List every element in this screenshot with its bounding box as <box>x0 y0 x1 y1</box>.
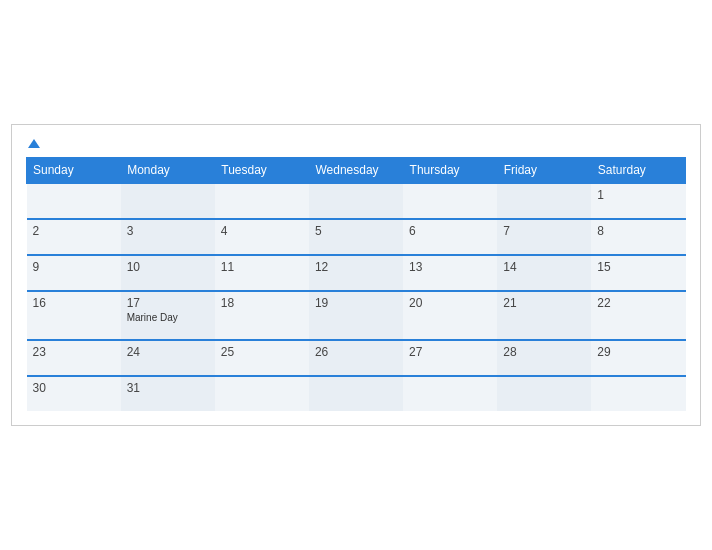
calendar-day-cell: 26 <box>309 340 403 376</box>
day-number: 15 <box>597 260 679 274</box>
calendar-week-row: 1617Marine Day1819202122 <box>27 291 686 340</box>
calendar-container: SundayMondayTuesdayWednesdayThursdayFrid… <box>11 124 701 426</box>
calendar-day-cell: 17Marine Day <box>121 291 215 340</box>
calendar-day-cell: 10 <box>121 255 215 291</box>
calendar-day-cell <box>497 183 591 219</box>
logo-area <box>26 135 40 151</box>
calendar-day-cell: 16 <box>27 291 121 340</box>
calendar-day-cell: 21 <box>497 291 591 340</box>
calendar-day-cell <box>309 183 403 219</box>
calendar-day-cell: 6 <box>403 219 497 255</box>
day-number: 21 <box>503 296 585 310</box>
calendar-day-cell <box>403 376 497 411</box>
day-number: 16 <box>33 296 115 310</box>
day-number: 14 <box>503 260 585 274</box>
day-number: 1 <box>597 188 679 202</box>
day-number: 19 <box>315 296 397 310</box>
calendar-day-cell: 28 <box>497 340 591 376</box>
calendar-week-row: 23242526272829 <box>27 340 686 376</box>
calendar-day-cell: 8 <box>591 219 685 255</box>
day-number: 13 <box>409 260 491 274</box>
calendar-day-cell: 23 <box>27 340 121 376</box>
day-number: 6 <box>409 224 491 238</box>
day-number: 4 <box>221 224 303 238</box>
calendar-day-cell: 20 <box>403 291 497 340</box>
day-number: 25 <box>221 345 303 359</box>
day-number: 26 <box>315 345 397 359</box>
calendar-body: 1234567891011121314151617Marine Day18192… <box>27 183 686 411</box>
day-number: 22 <box>597 296 679 310</box>
day-number: 18 <box>221 296 303 310</box>
calendar-header <box>26 135 686 151</box>
calendar-day-cell <box>309 376 403 411</box>
day-number: 24 <box>127 345 209 359</box>
day-number: 31 <box>127 381 209 395</box>
day-number: 28 <box>503 345 585 359</box>
day-number: 7 <box>503 224 585 238</box>
calendar-day-cell <box>591 376 685 411</box>
calendar-week-row: 3031 <box>27 376 686 411</box>
day-number: 2 <box>33 224 115 238</box>
calendar-day-cell: 3 <box>121 219 215 255</box>
day-number: 11 <box>221 260 303 274</box>
weekday-header-cell: Saturday <box>591 158 685 184</box>
calendar-day-cell <box>121 183 215 219</box>
weekday-header-cell: Wednesday <box>309 158 403 184</box>
calendar-day-cell: 14 <box>497 255 591 291</box>
calendar-day-cell: 30 <box>27 376 121 411</box>
calendar-day-cell: 22 <box>591 291 685 340</box>
calendar-day-cell: 4 <box>215 219 309 255</box>
day-number: 27 <box>409 345 491 359</box>
calendar-day-cell: 5 <box>309 219 403 255</box>
calendar-day-cell: 2 <box>27 219 121 255</box>
day-number: 10 <box>127 260 209 274</box>
day-number: 17 <box>127 296 209 310</box>
weekday-header-cell: Monday <box>121 158 215 184</box>
day-number: 23 <box>33 345 115 359</box>
calendar-grid: SundayMondayTuesdayWednesdayThursdayFrid… <box>26 157 686 411</box>
calendar-week-row: 2345678 <box>27 219 686 255</box>
calendar-day-cell: 11 <box>215 255 309 291</box>
calendar-day-cell: 18 <box>215 291 309 340</box>
calendar-day-cell: 31 <box>121 376 215 411</box>
calendar-day-cell: 27 <box>403 340 497 376</box>
calendar-day-cell <box>403 183 497 219</box>
calendar-day-cell: 19 <box>309 291 403 340</box>
weekday-header-row: SundayMondayTuesdayWednesdayThursdayFrid… <box>27 158 686 184</box>
weekday-header-cell: Thursday <box>403 158 497 184</box>
calendar-day-cell <box>215 183 309 219</box>
weekday-header-cell: Sunday <box>27 158 121 184</box>
calendar-week-row: 9101112131415 <box>27 255 686 291</box>
day-number: 29 <box>597 345 679 359</box>
calendar-day-cell: 1 <box>591 183 685 219</box>
day-number: 30 <box>33 381 115 395</box>
calendar-week-row: 1 <box>27 183 686 219</box>
calendar-day-cell: 9 <box>27 255 121 291</box>
calendar-day-cell <box>27 183 121 219</box>
calendar-day-cell <box>215 376 309 411</box>
day-number: 8 <box>597 224 679 238</box>
day-number: 9 <box>33 260 115 274</box>
calendar-day-cell: 15 <box>591 255 685 291</box>
logo-triangle-icon <box>28 139 40 148</box>
calendar-day-cell: 7 <box>497 219 591 255</box>
calendar-day-cell: 25 <box>215 340 309 376</box>
calendar-day-cell <box>497 376 591 411</box>
calendar-day-cell: 13 <box>403 255 497 291</box>
calendar-day-cell: 24 <box>121 340 215 376</box>
calendar-day-cell: 12 <box>309 255 403 291</box>
weekday-header-cell: Tuesday <box>215 158 309 184</box>
day-number: 12 <box>315 260 397 274</box>
holiday-label: Marine Day <box>127 312 209 323</box>
day-number: 3 <box>127 224 209 238</box>
weekday-header-cell: Friday <box>497 158 591 184</box>
day-number: 20 <box>409 296 491 310</box>
day-number: 5 <box>315 224 397 238</box>
calendar-day-cell: 29 <box>591 340 685 376</box>
logo-general <box>26 135 40 151</box>
